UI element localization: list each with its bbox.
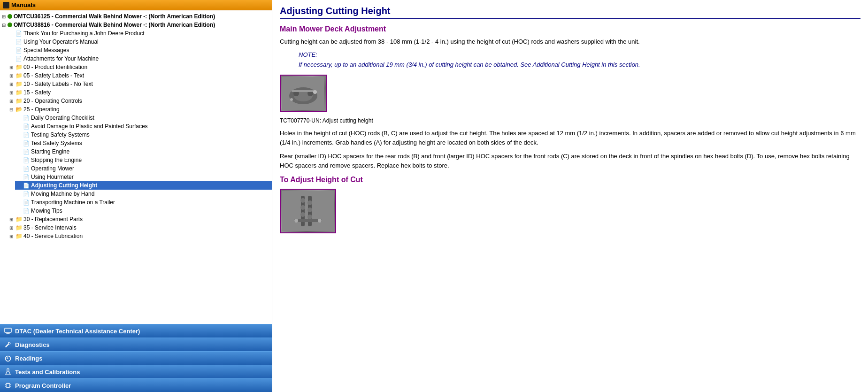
body-text-2: Holes in the height of cut (HOC) rods (B… bbox=[280, 129, 860, 147]
nav-item-program[interactable]: Program Controller bbox=[0, 378, 272, 392]
tree-node-manual1: ⊞ OMTCU36125 - Commercial Walk Behind Mo… bbox=[0, 12, 272, 21]
tree-row-testing-safety[interactable]: 📄 Testing Safety Systems bbox=[15, 131, 272, 139]
tree-area[interactable]: ⊞ OMTCU36125 - Commercial Walk Behind Mo… bbox=[0, 10, 272, 324]
folder-icon-10: 📁 bbox=[15, 80, 23, 88]
tree-node-manual2: ⊟ OMTCU38816 - Commercial Walk Behind Mo… bbox=[0, 21, 272, 240]
label-manual2: OMTCU38816 - Commercial Walk Behind Mowe… bbox=[14, 22, 215, 28]
doc-icon-avoid-damage: 📄 bbox=[23, 123, 30, 130]
expand-folder-00[interactable]: ⊞ bbox=[8, 63, 15, 71]
svg-point-25 bbox=[300, 198, 305, 203]
tree-row-attachments[interactable]: 📄 Attachments for Your Machine bbox=[8, 54, 272, 63]
label-attachments: Attachments for Your Machine bbox=[23, 55, 99, 62]
label-avoid-damage: Avoid Damage to Plastic and Painted Surf… bbox=[31, 123, 148, 130]
doc-icon-special-msg: 📄 bbox=[15, 46, 23, 54]
tree-row-thank-you[interactable]: 📄 Thank You for Purchasing a John Deere … bbox=[8, 29, 272, 38]
tree-row-folder-10[interactable]: ⊞ 📁 10 - Safety Labels - No Text bbox=[8, 80, 272, 88]
label-using-hourmeter: Using Hourmeter bbox=[31, 174, 74, 180]
section-title-adjust: To Adjust Height of Cut bbox=[280, 176, 860, 184]
tree-row-moving-machine[interactable]: 📄 Moving Machine by Hand bbox=[15, 190, 272, 198]
manuals-icon bbox=[3, 2, 9, 8]
doc-icon-testing-safety: 📄 bbox=[23, 131, 30, 138]
tree-row-transporting[interactable]: 📄 Transporting Machine on a Trailer bbox=[15, 198, 272, 207]
main-title: Adjusting Cutting Height bbox=[280, 6, 860, 19]
tree-row-folder-35[interactable]: ⊞ 📁 35 - Service Intervals bbox=[8, 223, 272, 232]
expand-folder-20[interactable]: ⊞ bbox=[8, 97, 15, 105]
tree-row-test-safety[interactable]: 📄 Test Safety Systems bbox=[15, 139, 272, 147]
image1 bbox=[280, 75, 327, 112]
right-panel[interactable]: Adjusting Cutting Height Main Mower Deck… bbox=[272, 0, 868, 392]
panel-header: Manuals bbox=[0, 0, 272, 10]
tree-row-stopping-engine[interactable]: 📄 Stopping the Engine bbox=[15, 156, 272, 164]
wrench-icon bbox=[4, 340, 12, 349]
tree-row-folder-20[interactable]: ⊞ 📁 20 - Operating Controls bbox=[8, 97, 272, 105]
svg-point-33 bbox=[318, 219, 322, 223]
tree-row-folder-25[interactable]: ⊟ 📂 25 - Operating bbox=[8, 105, 272, 114]
image2-placeholder bbox=[281, 190, 335, 232]
image2 bbox=[280, 189, 336, 233]
nav-label-diagnostics: Diagnostics bbox=[15, 341, 50, 348]
folder-icon-25: 📂 bbox=[15, 106, 23, 113]
svg-rect-1 bbox=[7, 333, 9, 334]
svg-point-32 bbox=[294, 219, 298, 223]
tree-row-daily-checklist[interactable]: 📄 Daily Operating Checklist bbox=[15, 114, 272, 122]
folder-icon-00: 📁 bbox=[15, 63, 23, 71]
tree-row-special-msg[interactable]: 📄 Special Messages bbox=[8, 46, 272, 54]
expand-folder-05[interactable]: ⊞ bbox=[8, 72, 15, 79]
tree-row-folder-15[interactable]: ⊞ 📁 15 - Safety bbox=[8, 88, 272, 97]
svg-point-30 bbox=[307, 215, 312, 219]
tree-row-operating-mower[interactable]: 📄 Operating Mower bbox=[15, 164, 272, 173]
expand-manual1[interactable]: ⊞ bbox=[0, 13, 8, 20]
tree-row-folder-05[interactable]: ⊞ 📁 05 - Safety Labels - Text bbox=[8, 71, 272, 80]
tree-row-mowing-tips[interactable]: 📄 Mowing Tips bbox=[15, 207, 272, 215]
label-operating-mower: Operating Mower bbox=[31, 165, 74, 172]
label-test-safety: Test Safety Systems bbox=[31, 140, 82, 146]
nav-item-dtac[interactable]: DTAC (Dealer Technical Assistance Center… bbox=[0, 324, 272, 338]
label-folder-05: 05 - Safety Labels - Text bbox=[23, 72, 84, 79]
label-moving-machine: Moving Machine by Hand bbox=[31, 191, 94, 197]
doc-icon-test-safety: 📄 bbox=[23, 139, 30, 147]
tree-row-starting-engine[interactable]: 📄 Starting Engine bbox=[15, 147, 272, 156]
svg-point-21 bbox=[290, 98, 293, 101]
section-title-main-deck: Main Mower Deck Adjustment bbox=[280, 25, 860, 33]
tree-row-using-hourmeter[interactable]: 📄 Using Hourmeter bbox=[15, 173, 272, 181]
doc-icon-attachments: 📄 bbox=[15, 55, 23, 62]
doc-icon-operating-mower: 📄 bbox=[23, 165, 30, 172]
doc-icon-mowing-tips: 📄 bbox=[23, 207, 30, 215]
manual2-children: 📄 Thank You for Purchasing a John Deere … bbox=[0, 29, 272, 240]
nav-item-readings[interactable]: Readings bbox=[0, 351, 272, 365]
folder-icon-40: 📁 bbox=[15, 232, 23, 240]
expand-folder-25[interactable]: ⊟ bbox=[8, 106, 15, 113]
svg-point-26 bbox=[300, 205, 305, 210]
label-folder-25: 25 - Operating bbox=[23, 106, 60, 113]
expand-manual2[interactable]: ⊟ bbox=[0, 21, 8, 29]
expand-folder-30[interactable]: ⊞ bbox=[8, 215, 15, 223]
nav-item-tests[interactable]: Tests and Calibrations bbox=[0, 365, 272, 378]
tree-row-folder-30[interactable]: ⊞ 📁 30 - Replacement Parts bbox=[8, 215, 272, 223]
tree-row-manual1[interactable]: ⊞ OMTCU36125 - Commercial Walk Behind Mo… bbox=[0, 12, 272, 21]
nav-item-diagnostics[interactable]: Diagnostics bbox=[0, 338, 272, 351]
expand-folder-15[interactable]: ⊞ bbox=[8, 89, 15, 96]
bottom-nav: DTAC (Dealer Technical Assistance Center… bbox=[0, 324, 272, 392]
tree-row-manual2[interactable]: ⊟ OMTCU38816 - Commercial Walk Behind Mo… bbox=[0, 21, 272, 29]
label-using-manual: Using Your Operator's Manual bbox=[23, 38, 99, 45]
body-text-1: Cutting height can be adjusted from 38 -… bbox=[280, 37, 860, 46]
label-folder-40: 40 - Service Lubrication bbox=[23, 233, 83, 239]
doc-icon-stopping-engine: 📄 bbox=[23, 156, 30, 164]
svg-rect-19 bbox=[292, 90, 315, 92]
tree-row-avoid-damage[interactable]: 📄 Avoid Damage to Plastic and Painted Su… bbox=[15, 122, 272, 131]
folder-icon-20: 📁 bbox=[15, 97, 23, 105]
svg-rect-5 bbox=[6, 384, 10, 387]
tree-row-adjusting-cutting[interactable]: 📄 Adjusting Cutting Height bbox=[15, 181, 272, 190]
tree-row-folder-40[interactable]: ⊞ 📁 40 - Service Lubrication bbox=[8, 232, 272, 240]
doc-icon-thank-you: 📄 bbox=[15, 30, 23, 37]
expand-folder-35[interactable]: ⊞ bbox=[8, 224, 15, 231]
tree-row-using-manual[interactable]: 📄 Using Your Operator's Manual bbox=[8, 38, 272, 46]
expand-folder-40[interactable]: ⊞ bbox=[8, 232, 15, 240]
left-panel: Manuals ⊞ OMTCU36125 - Commercial Walk B… bbox=[0, 0, 272, 392]
doc-icon-adjusting-cutting: 📄 bbox=[23, 182, 30, 189]
image1-placeholder bbox=[281, 76, 326, 111]
note-label: NOTE: bbox=[299, 51, 860, 58]
test-icon bbox=[4, 368, 12, 376]
expand-folder-10[interactable]: ⊞ bbox=[8, 80, 15, 88]
tree-row-folder-00[interactable]: ⊞ 📁 00 - Product Identification bbox=[8, 63, 272, 71]
